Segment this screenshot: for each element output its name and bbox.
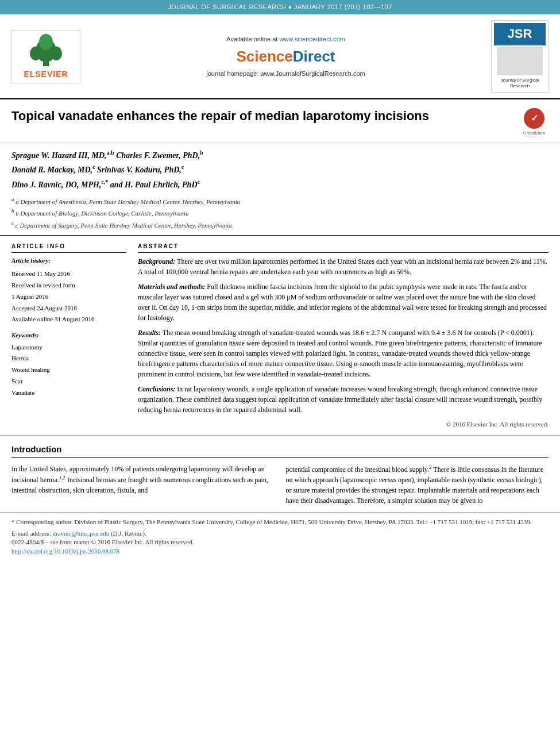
abstract-results: Results: The mean wound breaking strengt… [138,328,549,379]
intro-left-col: In the United States, approximately 10% … [11,464,275,506]
methods-label: Materials and methods: [138,283,205,291]
article-title-text: Topical vanadate enhances the repair of … [11,108,514,125]
issn-line: 0022-4804/$ – see front matter © 2016 El… [11,538,549,547]
results-text: The mean wound breaking strength of vana… [138,329,542,378]
keywords-label: Keywords: [11,331,126,340]
introduction-section: Introduction In the United States, appro… [0,436,560,513]
received-date: Received 11 May 2016 [11,268,126,280]
affiliations: a a Department of Anesthesia, Penn State… [11,195,549,230]
abstract-conclusions: Conclusions: In rat laparotomy wounds, a… [138,384,549,415]
email-label: E-mail address: [11,530,51,537]
sciencedirect-link[interactable]: www.sciencedirect.com [279,36,345,43]
keyword-vanadate: Vanadate [11,387,126,399]
email-link[interactable]: dravnic@hmc.psu.edu [52,530,110,537]
background-label: Background: [138,257,175,266]
introduction-heading: Introduction [11,443,549,458]
journal-homepage-text: journal homepage: www.JournalofSurgicalR… [86,70,485,78]
received-revised-date: 1 August 2016 [11,291,126,303]
jsr-badge-text: JSR [494,23,546,45]
elsevier-brand-text: ELSEVIER [24,69,68,80]
keyword-wound-healing: Wound healing [11,364,126,376]
body-columns: ARTICLE INFO Article history: Received 1… [0,236,560,437]
elsevier-tree-icon [23,33,69,68]
jsr-subtitle-text: Journal of Surgical Research [494,76,546,90]
history-label: Article history: [11,257,51,264]
keywords-section: Keywords: Laparotomy Hernia Wound healin… [11,331,126,398]
authors-section: Sprague W. Hazard III, MD,a,b Charles F.… [0,143,560,236]
affiliation-c: c c Department of Surgery, Penn State He… [11,219,549,230]
doi-line: http://dx.doi.org/10.1016/j.jss.2016.08.… [11,547,549,556]
abstract-label: ABSTRACT [138,243,549,253]
crossmark-label: CrossMark [523,130,546,136]
crossmark-widget[interactable]: ✓ CrossMark [520,108,549,136]
intro-columns: In the United States, approximately 10% … [11,464,549,506]
results-label: Results: [138,329,161,337]
intro-right-col: potential compromise of the intestinal b… [286,464,549,506]
header-center: Available online at www.sciencedirect.co… [86,35,485,78]
affiliation-a: a a Department of Anesthesia, Penn State… [11,195,549,207]
email-line: E-mail address: dravnic@hmc.psu.edu (D.J… [11,529,549,538]
conclusions-label: Conclusions: [138,385,175,393]
abstract-background: Background: There are over two million l… [138,256,549,277]
jsr-image [497,47,543,75]
crossmark-icon: ✓ [524,108,544,129]
background-text: There are over two million laparotomies … [138,257,547,276]
keyword-laparotomy: Laparotomy [11,342,126,353]
email-person: (D.J. Ravnic). [111,530,146,537]
article-history: Article history: [11,256,126,265]
accepted-date: Accepted 24 August 2016 [11,303,126,314]
abstract-content: Background: There are over two million l… [138,256,549,429]
elsevier-logo: ELSEVIER [11,30,80,84]
abstract-column: ABSTRACT Background: There are over two … [138,243,549,429]
publisher-header: ELSEVIER Available online at www.science… [0,14,560,99]
svg-point-2 [30,47,41,60]
history-entries: Received 11 May 2016 Received in revised… [11,268,126,325]
svg-point-4 [39,34,53,50]
intro-right-text: potential compromise of the intestinal b… [286,464,549,506]
abstract-methods: Materials and methods: Full thickness mi… [138,282,549,323]
authors-line: Sprague W. Hazard III, MD,a,b Charles F.… [11,148,549,193]
svg-point-3 [51,47,62,60]
corresponding-author: * Corresponding author. Division of Plas… [11,518,549,526]
received-revised-label: Received in revised form [11,280,126,291]
footer-section: * Corresponding author. Division of Plas… [0,513,560,560]
journal-header-bar: JOURNAL OF SURGICAL RESEARCH ♦ JANUARY 2… [0,0,560,14]
intro-left-text: In the United States, approximately 10% … [11,464,275,495]
keyword-hernia: Hernia [11,353,126,364]
sciencedirect-logo: ScienceDirect [86,46,485,67]
copyright-text: © 2016 Elsevier Inc. All rights reserved… [138,420,549,429]
conclusions-text: In rat laparotomy wounds, a single appli… [138,385,542,414]
keyword-scar: Scar [11,376,126,387]
journal-bar-text: JOURNAL OF SURGICAL RESEARCH ♦ JANUARY 2… [168,3,392,10]
doi-link[interactable]: http://dx.doi.org/10.1016/j.jss.2016.08.… [11,548,119,555]
jsr-logo: JSR Journal of Surgical Research [491,20,549,93]
available-online-date: Available online 31 August 2016 [11,314,126,325]
available-online-text: Available online at www.sciencedirect.co… [86,35,485,44]
article-info-label: ARTICLE INFO [11,243,126,253]
article-title: Topical vanadate enhances the repair of … [11,108,514,125]
affiliation-b: b b Department of Biology, Dickinson Col… [11,207,549,218]
article-info-column: ARTICLE INFO Article history: Received 1… [11,243,126,429]
article-title-section: Topical vanadate enhances the repair of … [0,99,560,143]
